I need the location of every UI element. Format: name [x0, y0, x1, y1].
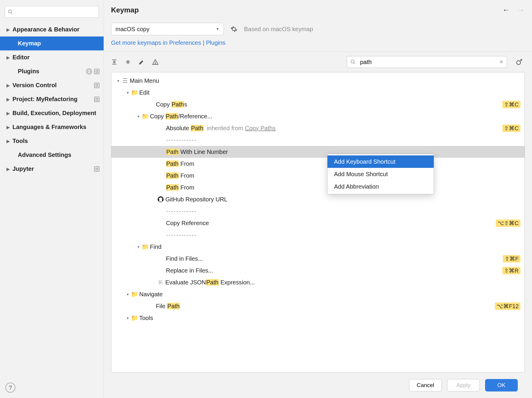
- tree-label: Find: [150, 243, 520, 250]
- expand-all-icon[interactable]: [111, 59, 118, 65]
- chevron-down-icon: ▾: [135, 114, 142, 119]
- warning-icon[interactable]: [152, 59, 159, 65]
- project-scope-icon: [94, 69, 99, 74]
- keymap-select-value: macOS copy: [115, 26, 216, 33]
- chevron-right-icon: ▶: [7, 27, 12, 32]
- more-keymaps-link[interactable]: Get more keymaps in Preferences | Plugin…: [111, 39, 225, 46]
- ok-button[interactable]: OK: [485, 379, 518, 391]
- sidebar-item-label: Project: MyRefactoring: [12, 96, 92, 103]
- sidebar-item-version-control[interactable]: ▶ Version Control: [0, 78, 104, 92]
- chevron-right-icon: ▶: [7, 111, 12, 116]
- sidebar-item-label: Plugins: [18, 68, 84, 75]
- tree-label: GitHub Repository URL: [165, 196, 520, 203]
- tree-label: Copy Paths: [156, 101, 502, 108]
- shortcut-badge: ⇧⌘C: [502, 101, 520, 108]
- keymap-select[interactable]: macOS copy ▼: [111, 23, 224, 35]
- tree-leaf-copy-paths[interactable]: Copy Paths ⇧⌘C: [111, 98, 525, 110]
- update-badge: 1: [86, 68, 92, 75]
- svg-point-0: [8, 10, 12, 13]
- sidebar-item-build[interactable]: ▶ Build, Execution, Deployment: [0, 106, 104, 120]
- chevron-down-icon: ▾: [124, 90, 131, 95]
- tree-separator: ------------: [111, 229, 525, 241]
- sidebar-item-jupyter[interactable]: ▶ Jupyter: [0, 162, 104, 176]
- nav-back-icon[interactable]: ←: [502, 5, 510, 15]
- apply-button: Apply: [447, 379, 480, 391]
- collapse-all-icon[interactable]: [125, 59, 131, 65]
- menu-icon: ☰: [121, 77, 129, 84]
- edit-icon[interactable]: [138, 59, 145, 65]
- tree-node-copy-path-ref[interactable]: ▾ 📁 Copy Path/Reference...: [111, 110, 525, 122]
- json-icon: ⎘: [157, 279, 164, 286]
- chevron-down-icon: ▾: [135, 245, 142, 249]
- dialog-footer: Cancel Apply OK: [111, 372, 525, 398]
- clear-icon[interactable]: ✕: [499, 59, 504, 65]
- help-icon[interactable]: ?: [5, 383, 15, 393]
- sidebar-item-editor[interactable]: ▶ Editor: [0, 50, 104, 64]
- sidebar-item-label: Jupyter: [12, 165, 92, 172]
- tree-leaf-file-path[interactable]: File Path ⌥⌘F12: [111, 300, 525, 312]
- action-search-input[interactable]: [347, 56, 507, 68]
- chevron-down-icon: ▾: [124, 316, 131, 320]
- sidebar-item-project[interactable]: ▶ Project: MyRefactoring: [0, 92, 104, 106]
- tree-node-main-menu[interactable]: ▾ ☰ Main Menu: [111, 75, 525, 87]
- tree-label: Copy Path/Reference...: [150, 113, 520, 120]
- tree-label: Navigate: [139, 291, 520, 298]
- shortcut-badge: ⌥⌘F12: [495, 303, 520, 310]
- shortcut-badge: ⇧⌘C: [502, 125, 520, 132]
- svg-line-8: [354, 63, 355, 64]
- sidebar-item-plugins[interactable]: Plugins 1: [0, 64, 104, 78]
- tree-leaf-find-in-files[interactable]: Find in Files... ⇧⌘F: [111, 253, 525, 265]
- sidebar-item-advanced[interactable]: Advanced Settings: [0, 148, 104, 162]
- tree-leaf-path-with-line[interactable]: Path With Line Number: [111, 146, 525, 158]
- sidebar-item-appearance[interactable]: ▶ Appearance & Behavior: [0, 23, 104, 36]
- sidebar-item-languages[interactable]: ▶ Languages & Frameworks: [0, 120, 104, 134]
- tree-leaf-github-url[interactable]: GitHub Repository URL: [111, 193, 525, 205]
- tree-leaf-replace-in-files[interactable]: Replace in Files... ⇧⌘R: [111, 265, 525, 276]
- separator-label: ------------: [166, 208, 520, 215]
- page-title: Keymap: [111, 6, 502, 14]
- sidebar-item-label: Keymap: [18, 40, 99, 47]
- ctx-add-keyboard-shortcut[interactable]: Add Keyboard Shortcut: [327, 155, 434, 168]
- tree-node-find[interactable]: ▾ 📁 Find: [111, 241, 525, 253]
- sidebar-item-keymap[interactable]: Keymap: [0, 36, 104, 50]
- context-menu: Add Keyboard Shortcut Add Mouse Shortcut…: [327, 154, 434, 194]
- chevron-down-icon: ▾: [115, 79, 121, 83]
- tree-leaf-path-from-1[interactable]: Path From: [111, 158, 525, 170]
- chevron-right-icon: ▶: [7, 97, 12, 102]
- ctx-add-mouse-shortcut[interactable]: Add Mouse Shortcut: [327, 168, 434, 180]
- tree-leaf-path-from-3[interactable]: Path From: [111, 182, 525, 193]
- folder-icon: 📁: [131, 89, 138, 96]
- tree-label: Main Menu: [130, 77, 520, 84]
- sidebar-item-label: Advanced Settings: [18, 152, 99, 158]
- tree-label: Find in Files...: [166, 255, 503, 262]
- tree-leaf-evaluate-jsonpath[interactable]: ⎘ Evaluate JSONPath Expression...: [111, 276, 525, 288]
- tree-node-edit[interactable]: ▾ 📁 Edit: [111, 87, 525, 98]
- sidebar-search-input[interactable]: [5, 6, 99, 18]
- tree-label: Evaluate JSONPath Expression...: [165, 279, 520, 286]
- find-by-shortcut-icon[interactable]: [514, 58, 525, 66]
- ctx-add-abbreviation[interactable]: Add Abbreviation: [327, 180, 434, 193]
- sidebar-list: ▶ Appearance & Behavior Keymap ▶ Editor …: [0, 23, 104, 398]
- tree-label: Edit: [139, 89, 520, 96]
- settings-sidebar: ▶ Appearance & Behavior Keymap ▶ Editor …: [0, 0, 104, 398]
- sidebar-item-label: Tools: [12, 138, 99, 144]
- chevron-down-icon: ▾: [124, 292, 131, 297]
- gear-icon[interactable]: [230, 26, 238, 33]
- action-search: ✕: [347, 56, 507, 68]
- cancel-button[interactable]: Cancel: [409, 379, 442, 391]
- tree-leaf-absolute-path[interactable]: Absolute Path inherited from Copy Paths …: [111, 122, 525, 134]
- main-panel: Keymap ← → macOS copy ▼ Based on macOS k…: [104, 0, 532, 398]
- folder-icon: 📁: [142, 113, 149, 120]
- tree-separator: ------------: [111, 134, 525, 146]
- tree-node-tools[interactable]: ▾ 📁 Tools: [111, 312, 525, 324]
- sidebar-item-tools[interactable]: ▶ Tools: [0, 134, 104, 148]
- folder-icon: 📁: [131, 314, 138, 321]
- tree-leaf-copy-reference[interactable]: Copy Reference ⌥⇧⌘C: [111, 217, 525, 229]
- tree-leaf-path-from-2[interactable]: Path From: [111, 170, 525, 182]
- tree-node-navigate[interactable]: ▾ 📁 Navigate: [111, 288, 525, 300]
- separator-label: ------------: [166, 137, 520, 144]
- tree-label: Copy Reference: [166, 220, 496, 227]
- chevron-right-icon: ▶: [7, 83, 12, 88]
- sidebar-search: [5, 6, 99, 18]
- chevron-down-icon: ▼: [216, 27, 219, 31]
